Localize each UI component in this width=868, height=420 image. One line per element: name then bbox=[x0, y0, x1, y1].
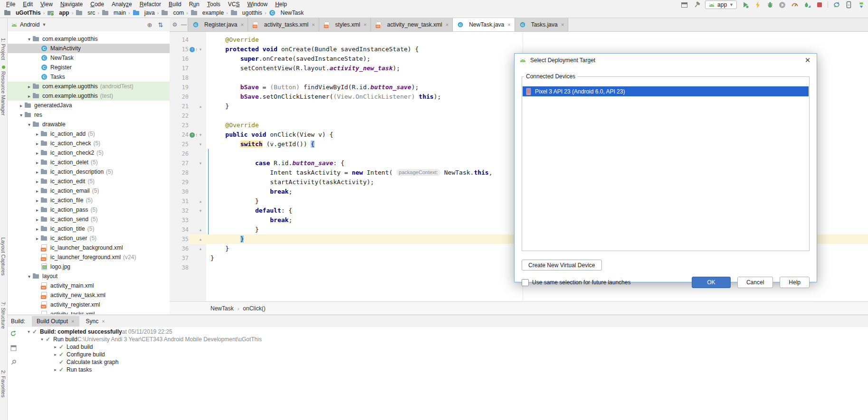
menu-item-navigate[interactable]: Navigate bbox=[57, 0, 86, 8]
build-tab-sync[interactable]: Sync× bbox=[81, 316, 110, 327]
tree-item-ic-action-delet-5-[interactable]: ▸ic_action_delet(5) bbox=[7, 158, 170, 167]
breadcrumb-item-ugotthis[interactable]: ugotthis bbox=[230, 9, 262, 17]
menu-item-view[interactable]: View bbox=[37, 0, 57, 8]
sdk-manager-icon[interactable] bbox=[857, 1, 865, 9]
device-list-item[interactable]: Pixel 3 API 23 (Android 6.0, API 23) bbox=[523, 86, 809, 96]
breadcrumb-method[interactable]: onClick() bbox=[243, 305, 265, 312]
expand-arrow-icon[interactable]: ▸ bbox=[34, 236, 40, 241]
tree-item-drawable[interactable]: ▾drawable bbox=[7, 120, 170, 129]
tree-item-ic-action-email-5-[interactable]: ▸ic_action_email(5) bbox=[7, 186, 170, 196]
override-method-icon[interactable]: ↑ bbox=[190, 132, 195, 138]
tree-item-ic-launcher-background-xml[interactable]: ic_launcher_background.xml bbox=[7, 243, 170, 252]
build-hammer-icon[interactable] bbox=[693, 1, 701, 9]
close-icon[interactable]: × bbox=[102, 318, 105, 324]
build-tab-build-output[interactable]: Build Output× bbox=[32, 316, 79, 327]
expand-arrow-icon[interactable]: ▸ bbox=[26, 93, 32, 99]
build-tree-item[interactable]: ▸✓Load build bbox=[19, 343, 868, 351]
menu-item-help[interactable]: Help bbox=[271, 0, 291, 8]
menu-item-build[interactable]: Build bbox=[165, 0, 185, 8]
build-tree-item[interactable]: ▸✓Run tasks bbox=[19, 366, 868, 373]
tree-item-ic-action-check-5-[interactable]: ▸ic_action_check(5) bbox=[7, 139, 170, 148]
tree-item-tasks[interactable]: Tasks bbox=[7, 72, 170, 82]
close-icon[interactable]: × bbox=[71, 318, 74, 324]
create-new-virtual-device-button[interactable]: Create New Virtual Device bbox=[522, 260, 602, 271]
gear-icon[interactable]: ⚙ bbox=[170, 18, 180, 31]
close-icon[interactable]: × bbox=[312, 22, 315, 28]
tree-item-ic-action-user-5-[interactable]: ▸ic_action_user(5) bbox=[7, 233, 170, 243]
close-icon[interactable]: × bbox=[240, 22, 243, 28]
menu-item-vcs[interactable]: VCS bbox=[224, 0, 244, 8]
expand-arrow-icon[interactable]: ▸ bbox=[34, 131, 40, 137]
expand-arrow-icon[interactable]: ▸ bbox=[52, 367, 59, 372]
tree-item-res[interactable]: ▾res bbox=[7, 110, 170, 120]
expand-arrow-icon[interactable]: ▸ bbox=[18, 103, 24, 108]
menu-item-window[interactable]: Window bbox=[243, 0, 271, 8]
sync-gradle-icon[interactable] bbox=[832, 1, 840, 9]
menu-item-analyze[interactable]: Analyze bbox=[108, 0, 136, 8]
tab-tasks-java[interactable]: Tasks.java× bbox=[515, 18, 568, 31]
tree-item-register[interactable]: Register bbox=[7, 63, 170, 72]
close-icon[interactable]: × bbox=[507, 22, 510, 28]
window-icon[interactable] bbox=[680, 1, 688, 9]
gutter-marker[interactable]: ↑↑ bbox=[190, 130, 198, 140]
breadcrumb-item-app[interactable]: app bbox=[47, 9, 69, 17]
expand-arrow-icon[interactable]: ▸ bbox=[34, 226, 40, 232]
menu-item-code[interactable]: Code bbox=[86, 0, 108, 8]
tree-item-ic-action-title-5-[interactable]: ▸ic_action_title(5) bbox=[7, 224, 170, 233]
gutter-marker[interactable]: ↑↑ bbox=[190, 45, 198, 54]
expand-arrow-icon[interactable]: ▸ bbox=[34, 141, 40, 146]
expand-arrow-icon[interactable]: ▸ bbox=[34, 169, 40, 175]
tree-item-com-example-ugotthis-androidtest-[interactable]: ▸com.example.ugotthis(androidTest) bbox=[7, 82, 170, 91]
fold-marker-icon[interactable]: ▴ bbox=[197, 225, 204, 234]
expand-arrow-icon[interactable]: ▸ bbox=[34, 179, 40, 184]
tree-item-activity-register-xml[interactable]: activity_register.xml bbox=[7, 300, 170, 309]
menu-item-file[interactable]: File bbox=[2, 0, 19, 8]
tree-item-activity-tasks-xml[interactable]: activity_tasks.xml bbox=[7, 309, 170, 314]
tab-activity-new-task-xml[interactable]: activity_new_task.xml× bbox=[371, 18, 453, 31]
expand-arrow-icon[interactable]: ▾ bbox=[26, 37, 32, 42]
close-icon[interactable]: × bbox=[446, 22, 448, 28]
menu-item-edit[interactable]: Edit bbox=[19, 0, 37, 8]
fold-marker-icon[interactable]: ▴ bbox=[197, 234, 204, 244]
rerun-build-icon[interactable] bbox=[10, 330, 17, 338]
stop-icon[interactable] bbox=[815, 1, 823, 9]
breadcrumb-item-main[interactable]: main bbox=[102, 9, 126, 17]
fold-marker-icon[interactable]: ▴ bbox=[197, 102, 204, 111]
tab-register-java[interactable]: Register.java× bbox=[188, 18, 248, 31]
ok-button[interactable]: OK bbox=[692, 277, 731, 288]
expand-arrow-icon[interactable]: ▾ bbox=[18, 112, 24, 118]
tab-activity-tasks-xml[interactable]: activity_tasks.xml× bbox=[248, 18, 319, 31]
dialog-title-bar[interactable]: Select Deployment Target ✕ bbox=[515, 54, 817, 66]
fold-marker-icon[interactable]: ▴ bbox=[197, 196, 204, 206]
fold-marker-icon[interactable]: ▴ bbox=[197, 244, 204, 253]
close-icon[interactable]: × bbox=[561, 22, 564, 28]
tree-item-ic-action-description-5-[interactable]: ▸ic_action_description(5) bbox=[7, 167, 170, 177]
collapse-all-icon[interactable]: ⇅ bbox=[156, 21, 165, 28]
menu-item-refactor[interactable]: Refactor bbox=[136, 0, 165, 8]
cancel-button[interactable]: Cancel bbox=[737, 277, 773, 288]
locate-file-icon[interactable]: ⊕ bbox=[145, 21, 154, 28]
tool-stripe-7-structure[interactable]: 7: Structure bbox=[0, 302, 6, 329]
expand-arrow-icon[interactable]: ▸ bbox=[26, 84, 32, 89]
tree-item-generatedjava[interactable]: ▸generatedJava bbox=[7, 101, 170, 110]
close-icon[interactable]: × bbox=[363, 22, 366, 28]
tab-styles-xml[interactable]: styles.xml× bbox=[319, 18, 371, 31]
coverage-icon[interactable] bbox=[778, 1, 786, 9]
tree-item-mainactivity[interactable]: MainActivity bbox=[7, 44, 170, 53]
expand-arrow-icon[interactable]: ▸ bbox=[34, 150, 40, 156]
tool-stripe-layout-captures[interactable]: Layout Captures bbox=[0, 237, 6, 276]
fold-marker-icon[interactable]: ▾ bbox=[197, 45, 204, 54]
tree-item-ic-action-file-5-[interactable]: ▸ic_action_file(5) bbox=[7, 196, 170, 205]
menu-item-run[interactable]: Run bbox=[185, 0, 203, 8]
device-manager-icon[interactable] bbox=[845, 1, 853, 9]
project-view-mode[interactable]: Android bbox=[20, 21, 39, 28]
breadcrumb-item-src[interactable]: src bbox=[76, 9, 95, 17]
attach-profiler-icon[interactable] bbox=[803, 1, 811, 9]
breadcrumb-class[interactable]: NewTask bbox=[210, 305, 234, 312]
expand-arrow-icon[interactable]: ▸ bbox=[34, 160, 40, 165]
expand-arrow-icon[interactable]: ▸ bbox=[52, 352, 59, 357]
breadcrumb-item-newtask[interactable]: NewTask bbox=[268, 9, 304, 17]
hide-panel-icon[interactable]: — bbox=[180, 18, 188, 31]
tree-item-ic-action-send-5-[interactable]: ▸ic_action_send(5) bbox=[7, 215, 170, 224]
tree-item-logo-jpg[interactable]: logo.jpg bbox=[7, 262, 170, 271]
